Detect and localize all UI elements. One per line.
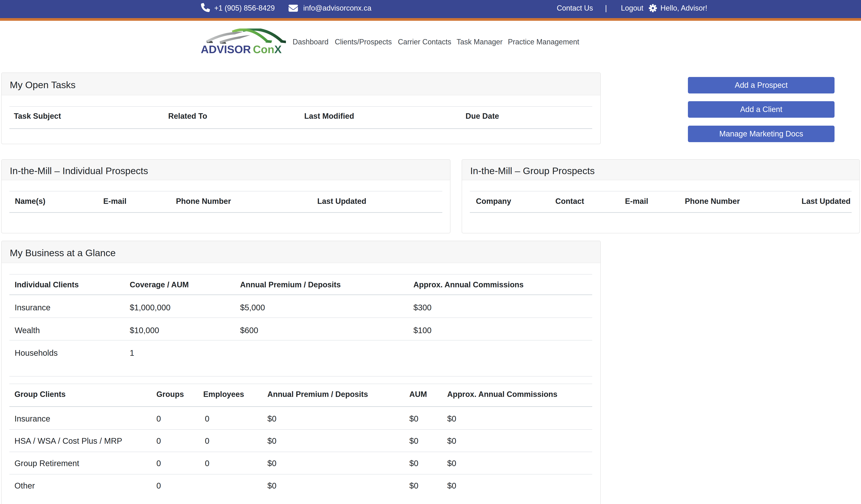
svg-text:ADVISOR: ADVISOR <box>201 43 251 55</box>
svg-text:ConX: ConX <box>253 43 282 55</box>
